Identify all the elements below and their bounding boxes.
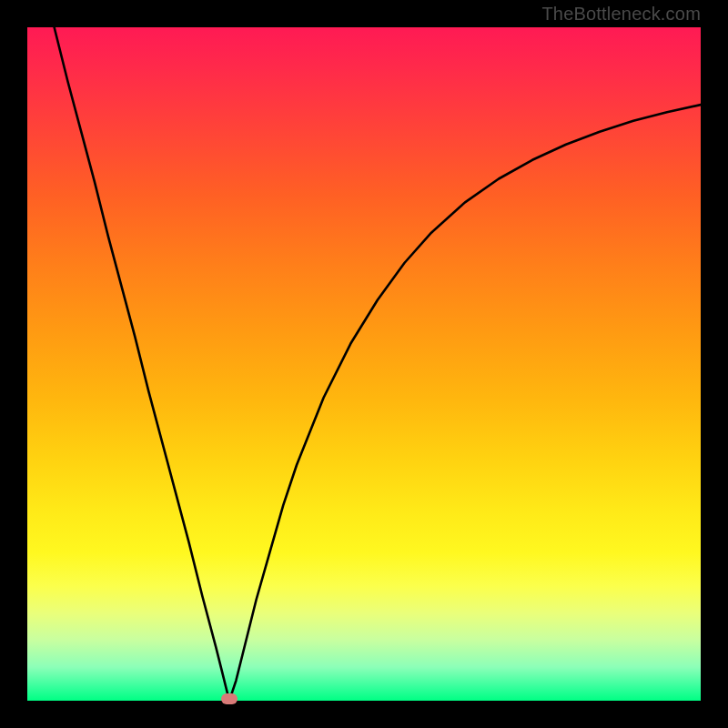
bottleneck-curve <box>27 27 701 701</box>
optimum-marker <box>221 693 238 704</box>
plot-area <box>27 27 701 701</box>
chart-frame: TheBottleneck.com <box>0 0 728 728</box>
site-attribution: TheBottleneck.com <box>541 4 701 25</box>
